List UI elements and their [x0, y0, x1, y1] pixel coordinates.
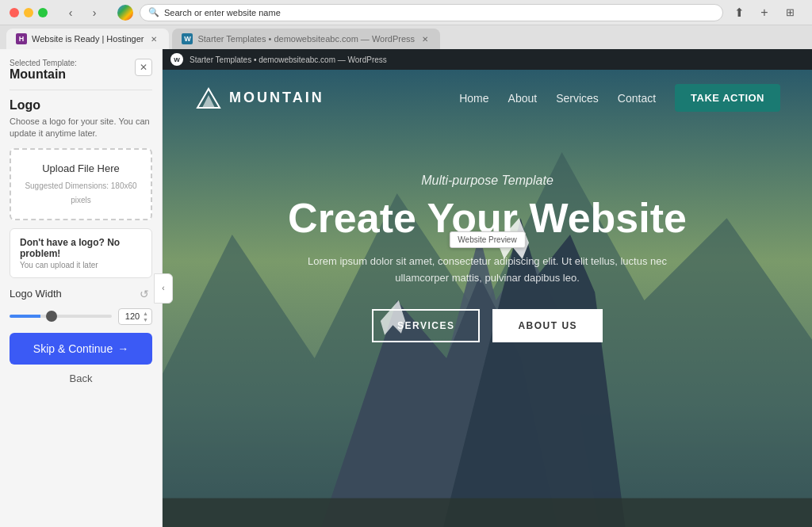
nav-contact[interactable]: Contact: [618, 92, 656, 105]
search-icon: 🔍: [148, 7, 159, 17]
window-controls: [10, 8, 48, 17]
website-preview-label: Website Preview: [449, 231, 525, 248]
nav-group: ‹ ›: [60, 4, 105, 21]
no-logo-box: Don't have a logo? No problem! You can u…: [10, 228, 152, 278]
sidebar: Selected Template: Mountain ✕ Logo Choos…: [0, 49, 163, 527]
logo-description: Choose a logo for your site. You can upd…: [10, 116, 152, 140]
upload-area[interactable]: Upload File Here Suggested Dimensions: 1…: [10, 148, 152, 220]
main-area: Selected Template: Mountain ✕ Logo Choos…: [0, 49, 812, 527]
logo-text: MOUNTAIN: [229, 90, 324, 106]
logo-width-label: Logo Width: [10, 288, 62, 300]
upload-hint: Suggested Dimensions: 180x60 pixels: [25, 181, 136, 204]
browser-top-bar: ‹ › 🔍 Search or enter website name ⬆ + ⊞: [0, 0, 812, 25]
browser-chrome: ‹ › 🔍 Search or enter website name ⬆ + ⊞…: [0, 0, 812, 49]
google-logo-icon: [117, 5, 133, 21]
admin-bar-text: Starter Templates • demowebsiteabc.com —…: [190, 55, 387, 64]
tab-label-hostinger: Website is Ready | Hostinger: [32, 34, 144, 44]
slider-value: 120: [122, 311, 143, 321]
about-us-button[interactable]: ABOUT US: [492, 309, 603, 342]
browser-right-controls: ⬆ + ⊞: [730, 4, 799, 21]
admin-bar-logo-icon: W: [170, 53, 183, 66]
nav-about[interactable]: About: [508, 92, 538, 105]
tab-close-hostinger[interactable]: ✕: [148, 33, 159, 44]
upload-label: Upload File Here: [21, 162, 141, 174]
mountain-logo-icon: [194, 87, 223, 109]
no-logo-sub: You can upload it later: [20, 261, 142, 269]
minimize-window-button[interactable]: [24, 8, 33, 17]
extensions-button[interactable]: ⊞: [780, 4, 799, 21]
close-window-button[interactable]: [10, 8, 19, 17]
template-header: Selected Template: Mountain ✕: [10, 59, 152, 82]
services-button[interactable]: SERVICES: [372, 309, 480, 342]
divider-1: [10, 90, 152, 90]
tab-hostinger[interactable]: H Website is Ready | Hostinger ✕: [6, 29, 169, 49]
logo-section: Logo Choose a logo for your site. You ca…: [10, 98, 152, 140]
back-button[interactable]: Back: [10, 372, 152, 384]
website-preview: MOUNTAIN Home About Services Contact TAK…: [163, 70, 812, 527]
hero-subtitle: Multi-purpose Template: [194, 174, 780, 188]
slider-arrows: ▲ ▼: [143, 311, 148, 323]
url-text: Search or enter website name: [164, 8, 714, 17]
share-button[interactable]: ⬆: [730, 4, 749, 21]
template-info: Selected Template: Mountain: [10, 59, 77, 82]
svg-rect-7: [163, 498, 812, 527]
site-logo: MOUNTAIN: [194, 87, 324, 109]
slider-row: 120 ▲ ▼: [10, 308, 152, 325]
browser-tabs: H Website is Ready | Hostinger ✕ W Start…: [0, 25, 812, 49]
hero-description: Lorem ipsum dolor sit amet, consectetur …: [289, 254, 686, 287]
nav-home[interactable]: Home: [459, 92, 488, 105]
slider-value-box: 120 ▲ ▼: [118, 308, 152, 325]
tab-wordpress[interactable]: W Starter Templates • demowebsiteabc.com…: [172, 29, 440, 49]
logo-width-header: Logo Width ↺: [10, 286, 152, 302]
new-tab-button[interactable]: +: [755, 4, 774, 21]
preview-area: W Starter Templates • demowebsiteabc.com…: [163, 49, 812, 527]
hero-buttons: SERVICES ABOUT US: [194, 309, 780, 342]
admin-bar: W Starter Templates • demowebsiteabc.com…: [163, 49, 812, 70]
slider-down-button[interactable]: ▼: [143, 317, 148, 323]
site-nav: MOUNTAIN Home About Services Contact TAK…: [163, 70, 812, 126]
tab-favicon-hostinger: H: [16, 33, 27, 44]
refresh-button[interactable]: ↺: [136, 286, 152, 302]
nav-links: Home About Services Contact TAKE ACTION: [459, 84, 780, 112]
forward-nav-button[interactable]: ›: [84, 4, 105, 21]
nav-cta-button[interactable]: TAKE ACTION: [675, 84, 780, 112]
tab-close-wordpress[interactable]: ✕: [419, 33, 431, 44]
template-name: Mountain: [10, 67, 66, 81]
logo-width-section: Logo Width ↺ 120 ▲ ▼: [10, 286, 152, 325]
tab-label-wordpress: Starter Templates • demowebsiteabc.com —…: [197, 34, 415, 44]
url-bar[interactable]: 🔍 Search or enter website name: [140, 4, 723, 21]
tab-favicon-wordpress: W: [182, 33, 193, 44]
skip-arrow-icon: →: [117, 342, 128, 355]
close-sidebar-button[interactable]: ✕: [135, 59, 152, 76]
skip-btn-label: Skip & Continue: [33, 342, 113, 355]
template-label: Selected Template:: [10, 59, 77, 67]
logo-section-title: Logo: [10, 98, 152, 113]
skip-continue-button[interactable]: Skip & Continue →: [10, 333, 152, 365]
nav-services[interactable]: Services: [556, 92, 599, 105]
maximize-window-button[interactable]: [38, 8, 48, 17]
no-logo-title: Don't have a logo? No problem!: [20, 237, 142, 259]
back-nav-button[interactable]: ‹: [60, 4, 81, 21]
slider-up-button[interactable]: ▲: [143, 311, 148, 316]
logo-width-slider[interactable]: [10, 315, 112, 318]
